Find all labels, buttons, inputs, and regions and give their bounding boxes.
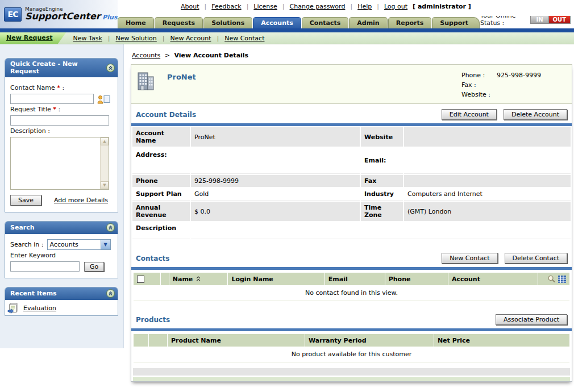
add-more-details-link[interactable]: Add more Details <box>54 197 108 204</box>
search-collapse-button[interactable] <box>106 223 115 232</box>
quick-create-collapse-button[interactable] <box>106 64 115 72</box>
delete-contact-button[interactable]: Delete Contact <box>505 253 567 264</box>
feedback-link[interactable]: Feedback <box>211 3 241 10</box>
field-value <box>404 148 571 174</box>
select-all-checkbox[interactable] <box>137 276 144 283</box>
field-label: Fax <box>361 175 403 187</box>
column-header-email[interactable]: Email <box>325 273 385 285</box>
required-mark: * <box>53 106 56 113</box>
products-empty-message: No product available for this customer <box>134 347 569 362</box>
separator: | <box>247 3 249 10</box>
field-value: Computers and Internet <box>404 188 571 201</box>
separator: | <box>282 3 285 10</box>
new-request-tab[interactable]: New Request <box>0 32 66 44</box>
search-icon[interactable] <box>547 275 555 283</box>
field-value: $ 0.0 <box>191 202 360 221</box>
page-title: View Account Details <box>174 52 248 59</box>
go-button[interactable]: Go <box>84 262 104 272</box>
request-title-label: Request Title * : <box>10 106 113 113</box>
new-contact-link[interactable]: New Contact <box>224 35 264 42</box>
keyword-input[interactable] <box>10 261 80 272</box>
field-label: Support Plan <box>132 188 190 201</box>
tab-admin[interactable]: Admin <box>349 17 387 28</box>
new-task-link[interactable]: New Task <box>73 35 102 42</box>
section-divider <box>131 328 572 331</box>
recent-items-panel: Recent Items Evaluation <box>5 287 118 316</box>
tab-requests[interactable]: Requests <box>155 17 203 28</box>
sidebar: Quick Create - New Request Contact Name … <box>0 44 124 348</box>
search-title: Search <box>10 224 35 231</box>
column-header-login-name[interactable]: Login Name <box>228 273 324 285</box>
label-colon: : <box>59 106 61 113</box>
contact-picker-icon[interactable] <box>97 94 110 104</box>
tab-reports[interactable]: Reports <box>388 17 432 28</box>
tab-support[interactable]: Support <box>432 17 480 28</box>
column-header-warranty-period: Warranty Period <box>305 334 434 347</box>
field-label: Address: <box>132 148 190 174</box>
scroll-down-icon[interactable]: ▼ <box>101 181 109 189</box>
associate-product-button[interactable]: Associate Product <box>496 314 567 325</box>
contact-name-input[interactable] <box>10 94 94 104</box>
recent-item-evaluation-link[interactable]: Evaluation <box>23 305 56 312</box>
recent-items-collapse-button[interactable] <box>106 289 115 298</box>
help-link[interactable]: Help <box>357 3 372 10</box>
tab-contacts[interactable]: Contacts <box>302 17 348 28</box>
request-title-input[interactable] <box>10 115 109 126</box>
column-header-net-price: Net Price <box>434 334 569 347</box>
separator: | <box>377 3 379 10</box>
save-button[interactable]: Save <box>10 195 41 206</box>
delete-account-button[interactable]: Delete Account <box>504 109 567 120</box>
field-value: Gold <box>191 188 360 201</box>
brand-product-suffix: Plus <box>102 14 117 21</box>
separator: | <box>163 35 165 42</box>
status-in-button[interactable]: IN <box>531 16 548 23</box>
table-row: Address: Email: <box>132 148 571 174</box>
products-title: Products <box>136 316 170 324</box>
top-header: EC ManageEngine SupportCenter Plus About… <box>0 0 574 16</box>
search-in-selected-value: Accounts <box>48 240 101 249</box>
textarea-scrollbar[interactable]: ▲ ▼ <box>100 137 109 189</box>
license-link[interactable]: License <box>253 3 277 10</box>
list-item: Evaluation <box>5 300 118 315</box>
tab-home[interactable]: Home <box>118 17 154 28</box>
table-row: Account Name ProNet Website <box>132 127 571 147</box>
enter-keyword-label: Enter Keyword <box>10 252 113 259</box>
spacer-cell <box>149 334 167 347</box>
fax-label: Fax : <box>461 80 497 90</box>
table-header-row: Product Name Warranty Period Net Price <box>134 334 569 347</box>
column-header-name[interactable]: Name <box>169 273 228 285</box>
logout-link[interactable]: Log out <box>384 3 407 10</box>
quick-actions-bar: New Request New Task | New Solution | Ne… <box>0 32 574 44</box>
account-contact-info: Phone : 925-998-9999 Fax : Website : <box>461 70 565 99</box>
description-label: Description : <box>10 127 113 135</box>
field-value: (GMT) London <box>404 202 571 221</box>
grid-icon[interactable] <box>558 276 566 283</box>
search-in-label: Search in : <box>10 241 44 248</box>
contacts-section-head: Contacts New Contact Delete Contact <box>131 248 572 267</box>
search-in-select[interactable]: Accounts ▼ <box>47 239 111 250</box>
edit-account-button[interactable]: Edit Account <box>442 109 497 120</box>
status-out-button[interactable]: OUT <box>548 16 570 23</box>
account-name: ProNet <box>167 73 196 99</box>
field-label: Phone <box>132 175 190 187</box>
sort-ascending-icon[interactable] <box>196 276 201 282</box>
column-header-account[interactable]: Account <box>448 273 538 285</box>
about-link[interactable]: About <box>181 3 199 10</box>
new-solution-link[interactable]: New Solution <box>116 35 157 42</box>
brand-product: SupportCenter <box>25 11 101 22</box>
quick-create-header: Quick Create - New Request <box>5 59 118 77</box>
tab-accounts[interactable]: Accounts <box>253 17 301 28</box>
scroll-up-icon[interactable]: ▲ <box>101 137 109 145</box>
tab-solutions[interactable]: Solutions <box>203 17 252 28</box>
field-value <box>404 175 571 187</box>
table-row: No contact found in this view. <box>134 286 569 301</box>
field-label: Industry <box>361 188 403 201</box>
new-contact-button[interactable]: New Contact <box>442 253 497 264</box>
table-header-row: Name Login Name Email Phone Account <box>134 273 569 285</box>
change-password-link[interactable]: Change password <box>290 3 346 10</box>
new-account-link[interactable]: New Account <box>170 35 211 42</box>
column-header-phone[interactable]: Phone <box>385 273 448 285</box>
description-textarea[interactable]: ▲ ▼ <box>10 137 109 190</box>
field-label: Description <box>132 222 190 239</box>
breadcrumb-accounts-link[interactable]: Accounts <box>132 52 160 59</box>
